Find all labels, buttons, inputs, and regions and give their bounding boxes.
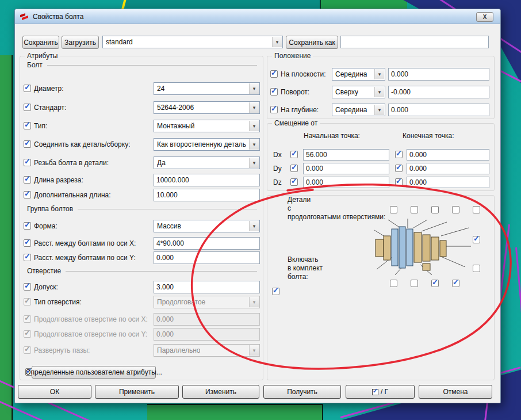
include-label-line3: болта:	[288, 273, 308, 281]
connect-as-label: Соединить как деталь/сборку:	[34, 138, 130, 151]
combo-value: Продолговатое	[157, 298, 205, 306]
connect-as-checkbox[interactable]	[24, 140, 31, 148]
bolt-dist-x-checkbox[interactable]	[24, 239, 31, 247]
rotation-checkbox[interactable]	[270, 88, 278, 96]
attributes-group: Атрибуты Болт Диаметр: 24▾ Стандарт: 526…	[20, 56, 263, 380]
dx-end-checkbox[interactable]	[395, 151, 403, 158]
diameter-checkbox[interactable]	[24, 85, 31, 92]
at-depth-input[interactable]	[388, 104, 489, 116]
on-plane-input[interactable]	[388, 68, 489, 81]
bg-dark-teal-band	[125, 0, 325, 8]
cancel-button[interactable]: Отмена	[419, 385, 492, 399]
modify-button[interactable]: Изменить	[182, 385, 259, 399]
at-depth-checkbox[interactable]	[270, 106, 278, 113]
position-row-rotation: Поворот: Сверху▾	[270, 86, 491, 98]
load-button[interactable]: Загрузить	[62, 36, 99, 49]
toggle-switches-button[interactable]: / Г	[346, 385, 415, 399]
chevron-down-icon: ▾	[249, 158, 259, 168]
bolt-dist-y-checkbox[interactable]	[24, 254, 31, 261]
tolerance-checkbox[interactable]	[24, 283, 31, 291]
dz-end-checkbox[interactable]	[395, 178, 403, 186]
save-as-label: Сохранить как	[289, 39, 335, 47]
title-bar[interactable]: Свойства болта X	[15, 9, 500, 24]
dy-start-checkbox[interactable]	[290, 165, 298, 172]
dz-start-checkbox[interactable]	[290, 178, 298, 186]
bolt-type-checkbox[interactable]	[24, 122, 31, 129]
attr-row-hole-type: Тип отверстия: Продолговатое▾	[24, 296, 258, 308]
at-depth-label: На глубине:	[281, 104, 319, 116]
shape-combobox[interactable]: Массив▾	[154, 220, 260, 232]
bolt-dist-y-input[interactable]	[154, 251, 260, 264]
desktop: Свойства болта X Сохранить Загрузить sta…	[0, 0, 521, 420]
on-plane-checkbox[interactable]	[270, 70, 278, 78]
thread-in-material-combobox[interactable]: Да▾	[154, 156, 260, 169]
connect-as-combobox[interactable]: Как второстепенную деталь▾	[154, 138, 260, 151]
save-as-button[interactable]: Сохранить как	[286, 36, 338, 49]
bolt-dist-x-input[interactable]	[154, 237, 260, 250]
rotate-slots-checkbox	[24, 346, 31, 354]
include-in-assembly-checkbox-1[interactable]	[390, 280, 397, 287]
rotation-combobox[interactable]: Сверху▾	[332, 86, 385, 98]
shape-checkbox[interactable]	[24, 222, 31, 230]
chevron-down-icon: ▾	[374, 69, 384, 79]
cut-length-input[interactable]	[154, 174, 260, 186]
offset-row-dz: Dz	[273, 177, 489, 188]
slotted-hole-y-input	[154, 328, 260, 341]
rotate-slots-label: Развернуть пазы:	[34, 344, 90, 357]
uda-button[interactable]: Определенные пользователем атрибуты...	[32, 366, 156, 379]
extra-length-checkbox[interactable]	[24, 191, 31, 198]
dz-end-input[interactable]	[407, 177, 489, 188]
apply-button[interactable]: Применить	[95, 385, 179, 399]
right-side-part-checkbox-2[interactable]	[473, 265, 480, 272]
tolerance-input[interactable]	[154, 281, 260, 293]
dx-start-checkbox[interactable]	[290, 151, 298, 158]
ok-button[interactable]: ОК	[18, 385, 91, 399]
dy-end-input[interactable]	[407, 163, 489, 174]
bolt-assembly-master-checkbox[interactable]	[272, 288, 279, 295]
include-in-assembly-checkbox-4[interactable]	[452, 280, 459, 287]
profile-combobox[interactable]: standard ▾	[102, 36, 283, 48]
include-in-assembly-checkbox-3[interactable]	[431, 280, 439, 287]
thread-in-material-checkbox[interactable]	[24, 159, 31, 166]
standard-combobox[interactable]: 52644-2006▾	[154, 101, 260, 114]
save-as-name-input[interactable]	[340, 36, 489, 48]
chevron-down-icon: ▾	[272, 37, 282, 47]
dy-end-checkbox[interactable]	[395, 165, 403, 172]
on-plane-combobox[interactable]: Середина▾	[332, 68, 385, 81]
bolt-type-combobox[interactable]: Монтажный▾	[154, 120, 260, 132]
dx-end-input[interactable]	[407, 149, 489, 161]
slotted-hole-y-checkbox	[24, 330, 31, 338]
at-depth-combobox[interactable]: Середина▾	[332, 104, 385, 116]
cut-length-checkbox[interactable]	[24, 176, 31, 184]
section-bolt-group: Группа болтов	[27, 205, 257, 213]
rotation-input[interactable]	[388, 86, 489, 98]
section-bolt-label: Болт	[27, 61, 43, 69]
save-button[interactable]: Сохранить	[22, 36, 59, 49]
close-button[interactable]: X	[476, 12, 493, 22]
slotted-hole-part-checkbox-5[interactable]	[473, 206, 480, 213]
slotted-hole-part-checkbox-3[interactable]	[431, 206, 439, 213]
dz-start-input[interactable]	[303, 177, 389, 188]
start-point-header: Начальная точка:	[304, 129, 360, 142]
thread-in-material-label: Резьба болта в детали:	[34, 156, 109, 169]
diameter-combobox[interactable]: 24▾	[154, 82, 260, 95]
dy-start-input[interactable]	[303, 163, 389, 174]
slotted-hole-part-checkbox-1[interactable]	[390, 206, 397, 213]
right-side-part-checkbox-1[interactable]	[473, 236, 480, 243]
chevron-down-icon: ▾	[249, 297, 259, 307]
slotted-hole-part-checkbox-2[interactable]	[411, 206, 418, 213]
window-title: Свойства болта	[33, 13, 83, 21]
bg-green-rect-bottom	[147, 404, 323, 420]
extra-length-input[interactable]	[154, 189, 260, 201]
get-label: Получить	[287, 388, 317, 396]
include-in-assembly-checkbox-2[interactable]	[411, 280, 418, 287]
slotted-parts-label-line1: Детали	[288, 196, 311, 204]
close-icon: X	[483, 14, 487, 20]
attr-row-rotate-slots: Развернуть пазы: Параллельно▾	[24, 344, 258, 357]
standard-checkbox[interactable]	[24, 104, 31, 111]
dx-start-input[interactable]	[303, 149, 389, 161]
get-button[interactable]: Получить	[263, 385, 341, 399]
rotation-label: Поворот:	[281, 86, 309, 98]
slotted-hole-part-checkbox-4[interactable]	[452, 206, 459, 213]
attr-row-shape: Форма: Массив▾	[24, 220, 258, 232]
